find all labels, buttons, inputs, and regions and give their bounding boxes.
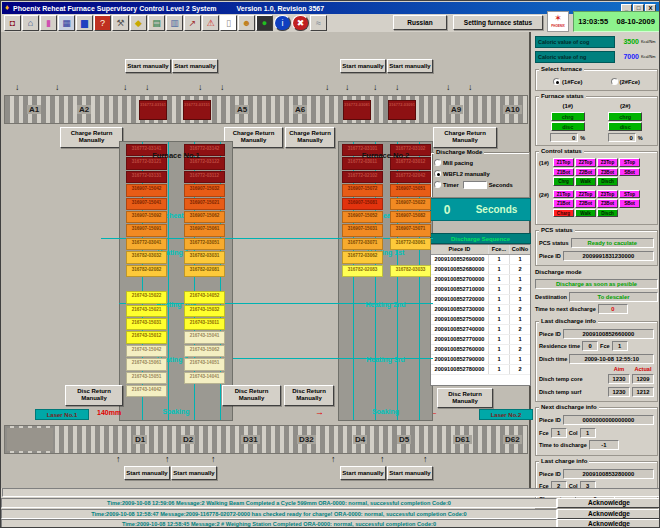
- furnace-piece: 316907-15021: [184, 198, 225, 210]
- table-row[interactable]: 2009100852770000 1 1: [431, 335, 530, 345]
- time-to-discharge: -1: [589, 440, 619, 450]
- furnace-piece: 216743-15022: [126, 291, 167, 303]
- furnace-piece: 216743-15011: [184, 318, 225, 330]
- charge-return-manually-button[interactable]: Charge Return Manually: [285, 127, 335, 148]
- discharge-roller-table: D1D2D31D32D4D5D61D62: [4, 425, 528, 454]
- toolbar-icon[interactable]: ⌂: [22, 15, 39, 31]
- status-bar-empty: [2, 488, 660, 497]
- start-manually-button[interactable]: Start manually: [340, 59, 386, 73]
- charge-return-manually-button[interactable]: Charge Return Manually: [433, 127, 497, 148]
- radio-mill-pacing[interactable]: Mill pacing: [434, 157, 527, 168]
- start-manually-button[interactable]: Start manually: [172, 59, 218, 73]
- table-row[interactable]: 2009100852730000 1 2: [431, 305, 530, 315]
- acknowledge-button[interactable]: Acknowledge: [557, 519, 660, 528]
- select-furnace-group: Select furnace (1#Fce) (2#Fce): [535, 69, 658, 91]
- setting-furnace-status-button[interactable]: Setting furnace status: [453, 15, 543, 30]
- gap-measurement: 140mm: [97, 409, 121, 416]
- start-manually-button[interactable]: Start manually: [387, 466, 433, 480]
- furnace-piece: 216743-14042: [126, 385, 167, 397]
- furnace-piece: 316907-15051: [390, 184, 431, 196]
- toolbar-icon[interactable]: ▯: [220, 15, 237, 31]
- toolbar-icon[interactable]: ▆: [76, 15, 93, 31]
- caloric-value: 7000: [615, 53, 639, 60]
- toolbar-icon[interactable]: ≈: [310, 15, 327, 31]
- toolbar-icon[interactable]: ◆: [130, 15, 147, 31]
- start-manually-button[interactable]: Start manually: [387, 59, 433, 73]
- zone-status-indicator: Z3Bot: [597, 168, 618, 177]
- timer-seconds-input[interactable]: [463, 181, 487, 189]
- disc-return-manually-button[interactable]: Disc Return Manually: [437, 388, 493, 408]
- toolbar-icon[interactable]: ●: [256, 15, 273, 31]
- start-manually-button[interactable]: Start manually: [340, 466, 386, 480]
- caloric-row: Caloric value of cog 3500 Kcal/Nm: [535, 34, 658, 49]
- furnace-piece: 316907-15082: [390, 211, 431, 223]
- down-arrow-icon: ↓: [123, 83, 128, 92]
- radio-timer[interactable]: Timer Seconds: [434, 179, 527, 190]
- furnace-piece: 316772-03071: [342, 238, 383, 250]
- up-arrow-icon: ↑: [165, 455, 170, 464]
- time-value: 13:03:55: [578, 17, 608, 26]
- message-text: Time:2009-10-08 12:58:45 Message:2 # Wei…: [1, 519, 557, 528]
- furnace-piece: 316772-03061: [390, 238, 431, 250]
- table-row[interactable]: 2009100852690000 1 1: [431, 255, 530, 265]
- furnace-piece: 316782-02083: [342, 265, 383, 277]
- furnace-1-name: Furnace No.1: [120, 151, 232, 160]
- caloric-unit: Kcal/Nm: [641, 55, 655, 59]
- machine-status-indicator: Walk: [575, 177, 596, 186]
- table-row[interactable]: 2009100852680000 1 2: [431, 265, 530, 275]
- last-discharge-piece-id: 2009100852660000: [563, 329, 654, 339]
- toolbar-icon[interactable]: i: [274, 15, 291, 31]
- furnace-piece: 216743-15041: [184, 331, 225, 343]
- table-row[interactable]: 2009100852720000 1 1: [431, 295, 530, 305]
- table-row[interactable]: 2009100852750000 1 1: [431, 315, 530, 325]
- furnace-piece: 316772-03062: [342, 251, 383, 263]
- acknowledge-button[interactable]: Acknowledge: [557, 509, 660, 519]
- toolbar-icon[interactable]: ▮: [40, 15, 57, 31]
- discharge-sequence-header: Discharge Sequence: [430, 233, 531, 244]
- start-manually-button[interactable]: Start manually: [125, 59, 171, 73]
- up-arrow-icon: ↑: [331, 455, 336, 464]
- core-temp-aim: 1230: [608, 374, 630, 384]
- radio-icon: [434, 159, 441, 166]
- furnace-select-radio[interactable]: (2#Fce): [611, 76, 640, 87]
- slab-on-conveyor: 316772-03161: [139, 100, 167, 120]
- toolbar-icon[interactable]: ☻: [238, 15, 255, 31]
- toolbar-icon[interactable]: ▦: [58, 15, 75, 31]
- zone-status-indicator: Z2Top: [575, 158, 596, 167]
- radio-wbfl2-manually[interactable]: WBFL2 manually: [434, 168, 527, 179]
- discharge-time: 2009-10-08 12:55:10: [569, 354, 654, 364]
- zone-status-indicator: Z2Bot: [575, 199, 596, 208]
- furnace-piece: 316782-02082: [126, 265, 167, 277]
- disc-return-manually-button[interactable]: Disc Return Manually: [284, 385, 334, 406]
- conveyor-section-label: A2: [77, 105, 91, 114]
- toolbar-icon[interactable]: ✖: [292, 15, 309, 31]
- start-manually-button[interactable]: Start manually: [124, 466, 170, 480]
- toolbar-icon[interactable]: ▥: [166, 15, 183, 31]
- table-row[interactable]: 2009100852700000 1 1: [431, 275, 530, 285]
- next-discharge-col: 1: [580, 428, 596, 438]
- toolbar-icon[interactable]: ◘: [4, 15, 21, 31]
- table-row[interactable]: 2009100852740000 1 2: [431, 325, 530, 335]
- table-row[interactable]: 2009100852760000 1 2: [431, 345, 530, 355]
- table-row[interactable]: 2009100852780000 1 2: [431, 365, 530, 375]
- table-row[interactable]: 2009100852710000 1 2: [431, 285, 530, 295]
- acknowledge-button[interactable]: Acknowledge: [557, 498, 660, 508]
- disc-return-manually-button[interactable]: Disc Return Manually: [65, 385, 123, 406]
- furnace-piece: 316907-15032: [184, 184, 225, 196]
- toolbar-icon[interactable]: ↗: [184, 15, 201, 31]
- slab-on-conveyor: 316772-03081: [343, 100, 371, 120]
- discharge-sequence-table: Piece ID Fce... ColNo 2009100852690000 1…: [430, 244, 531, 386]
- charge-return-manually-button[interactable]: Charge Return Manually: [60, 127, 123, 148]
- discharge-mode-group: Discharge Mode Mill pacing WBFL2 manuall…: [430, 152, 530, 198]
- toolbar-icon[interactable]: ⚒: [112, 15, 129, 31]
- table-row[interactable]: 2009100852790000 1 1: [431, 355, 530, 365]
- radio-icon: [434, 170, 441, 177]
- toolbar-icon[interactable]: ?: [94, 15, 111, 31]
- zone-label: Soaking: [120, 408, 232, 415]
- radio-icon: [553, 78, 560, 85]
- russian-button[interactable]: Russian: [393, 15, 447, 30]
- furnace-select-radio[interactable]: (1#Fce): [553, 76, 582, 87]
- start-manually-button[interactable]: Start manually: [171, 466, 217, 480]
- toolbar-icon[interactable]: ⚠: [202, 15, 219, 31]
- toolbar-icon[interactable]: ▤: [148, 15, 165, 31]
